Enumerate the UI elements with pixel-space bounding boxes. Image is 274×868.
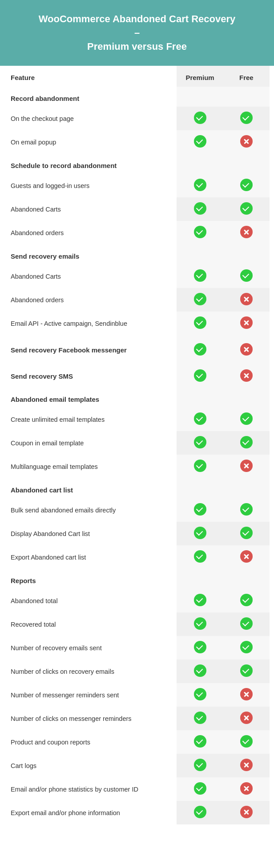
comparison-table: Feature Premium Free Record abandonmentO… [4, 66, 270, 824]
feature-label: Recovered total [4, 612, 177, 636]
check-yes-icon [194, 369, 206, 382]
check-yes-icon [194, 179, 206, 191]
table-row: Export Abandoned cart list [4, 545, 270, 569]
check-yes-icon [240, 664, 253, 677]
check-premium [177, 522, 223, 545]
check-yes-icon [194, 293, 206, 305]
check-no-icon [240, 226, 253, 238]
section-title-send-recovery-sms: Send recovery SMS [4, 361, 177, 388]
section-header-send-recovery-sms: Send recovery SMS [4, 361, 270, 388]
check-yes-icon [194, 412, 206, 425]
feature-label: Email and/or phone statistics by custome… [4, 777, 177, 801]
check-yes-icon [194, 503, 206, 516]
check-no-icon [240, 369, 253, 382]
feature-label: Bulk send abandoned emails directly [4, 498, 177, 522]
check-premium [177, 636, 223, 660]
feature-label: Multilanguage email templates [4, 455, 177, 478]
table-row: On email popup [4, 130, 270, 154]
check-free [223, 522, 270, 545]
check-yes-icon [194, 202, 206, 215]
check-free [223, 777, 270, 801]
check-free [223, 683, 270, 707]
check-free [223, 197, 270, 221]
feature-label: Create unlimited email templates [4, 408, 177, 431]
section-header-reports: Reports [4, 569, 270, 589]
table-row: Guests and logged-in users [4, 174, 270, 197]
feature-label: Cart logs [4, 754, 177, 777]
table-row: Bulk send abandoned emails directly [4, 498, 270, 522]
check-free-send-recovery-sms [223, 361, 270, 388]
check-yes-icon [194, 527, 206, 539]
feature-label: Abandoned Carts [4, 197, 177, 221]
check-yes-icon [240, 436, 253, 448]
check-yes-icon [240, 269, 253, 282]
feature-label: Export Abandoned cart list [4, 545, 177, 569]
check-premium [177, 264, 223, 288]
header-line2: Premium versus Free [87, 41, 187, 52]
table-row: Number of recovery emails sent [4, 636, 270, 660]
check-yes-icon [240, 503, 253, 516]
check-premium [177, 660, 223, 683]
table-row: Create unlimited email templates [4, 408, 270, 431]
col-header-premium: Premium [177, 66, 223, 87]
table-row: Product and coupon reports [4, 730, 270, 754]
check-free [223, 545, 270, 569]
table-row: Number of clicks on messenger reminders [4, 707, 270, 730]
check-yes-icon [194, 806, 206, 818]
feature-label: On the checkout page [4, 107, 177, 130]
table-header-row: Feature Premium Free [4, 66, 270, 87]
check-yes-icon [240, 735, 253, 748]
check-free [223, 130, 270, 154]
check-premium [177, 754, 223, 777]
check-no-icon [240, 135, 253, 148]
check-yes-icon [240, 594, 253, 606]
table-row: Cart logs [4, 754, 270, 777]
check-yes-icon [194, 112, 206, 124]
check-yes-icon [194, 460, 206, 472]
check-yes-icon [194, 641, 206, 653]
check-yes-icon [194, 269, 206, 282]
check-premium [177, 288, 223, 312]
check-free [223, 754, 270, 777]
section-title-schedule-record: Schedule to record abandonment [4, 154, 177, 174]
table-row: Abandoned orders [4, 221, 270, 244]
check-no-icon [240, 460, 253, 472]
table-row: Export email and/or phone information [4, 801, 270, 824]
check-premium [177, 707, 223, 730]
check-premium [177, 174, 223, 197]
check-no-icon [240, 293, 253, 305]
check-premium [177, 130, 223, 154]
check-premium [177, 801, 223, 824]
comparison-table-container: Feature Premium Free Record abandonmentO… [0, 66, 274, 838]
feature-label: On email popup [4, 130, 177, 154]
check-yes-icon [240, 527, 253, 539]
check-yes-icon [240, 641, 253, 653]
table-row: Number of messenger reminders sent [4, 683, 270, 707]
check-premium [177, 545, 223, 569]
table-row: On the checkout page [4, 107, 270, 130]
table-row: Multilanguage email templates [4, 455, 270, 478]
check-yes-icon [194, 550, 206, 563]
feature-label: Export email and/or phone information [4, 801, 177, 824]
section-title-record-abandonment: Record abandonment [4, 87, 177, 107]
check-free [223, 264, 270, 288]
check-premium [177, 455, 223, 478]
check-free [223, 730, 270, 754]
table-row: Abandoned Carts [4, 264, 270, 288]
header: WooCommerce Abandoned Cart Recovery – Pr… [0, 0, 274, 66]
check-premium-send-recovery-facebook [177, 335, 223, 361]
feature-label: Coupon in email template [4, 431, 177, 455]
table-row: Email and/or phone statistics by custome… [4, 777, 270, 801]
check-premium [177, 612, 223, 636]
feature-label: Guests and logged-in users [4, 174, 177, 197]
feature-label: Product and coupon reports [4, 730, 177, 754]
section-title-send-recovery-facebook: Send recovery Facebook messenger [4, 335, 177, 361]
check-premium [177, 107, 223, 130]
check-premium [177, 777, 223, 801]
check-yes-icon [194, 226, 206, 238]
check-no-icon [240, 316, 253, 329]
check-free-send-recovery-facebook [223, 335, 270, 361]
check-free [223, 707, 270, 730]
check-free [223, 288, 270, 312]
check-free [223, 636, 270, 660]
